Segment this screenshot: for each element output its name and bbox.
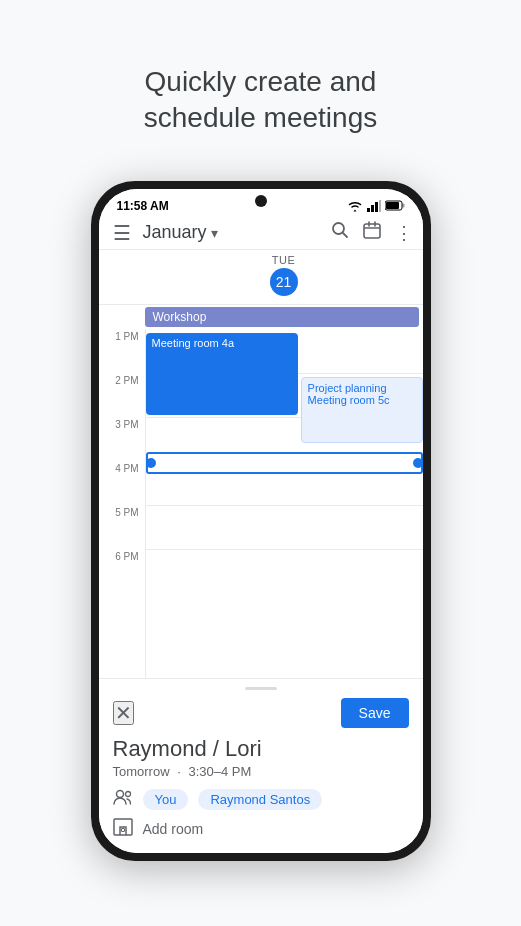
event-title: Raymond / Lori xyxy=(113,736,409,762)
time-grid: 1 PM 2 PM 3 PM 4 PM 5 PM 6 PM xyxy=(99,329,423,678)
more-options-icon[interactable]: ⋮ xyxy=(395,222,413,244)
phone-container: 11:58 AM xyxy=(91,181,431,861)
time-label-5pm: 5 PM xyxy=(99,505,145,549)
sheet-toolbar: ✕ Save xyxy=(113,698,409,728)
svg-rect-6 xyxy=(386,202,399,209)
close-button[interactable]: ✕ xyxy=(113,701,134,725)
add-room-text: Add room xyxy=(143,821,204,837)
event-time-range: 3:30–4 PM xyxy=(188,764,251,779)
svg-rect-3 xyxy=(379,200,381,212)
time-separator: · xyxy=(177,764,181,779)
event-date: Tomorrow xyxy=(113,764,170,779)
battery-icon xyxy=(385,200,405,211)
event-meeting-title: Meeting room 4a xyxy=(152,337,292,349)
attendees-row: You Raymond Santos xyxy=(113,789,409,810)
month-text: January xyxy=(143,222,207,243)
header-title: Quickly create and schedule meetings xyxy=(104,32,417,161)
bottom-sheet: ✕ Save Raymond / Lori Tomorrow · 3:30–4 … xyxy=(99,678,423,853)
svg-rect-8 xyxy=(364,224,380,238)
app-toolbar: ☰ January ▾ xyxy=(99,217,423,250)
time-labels: 1 PM 2 PM 3 PM 4 PM 5 PM 6 PM xyxy=(99,329,145,678)
status-time: 11:58 AM xyxy=(117,199,169,213)
time-label-1pm: 1 PM xyxy=(99,329,145,373)
save-button[interactable]: Save xyxy=(341,698,409,728)
time-label-4pm: 4 PM xyxy=(99,461,145,505)
attendee-you-chip[interactable]: You xyxy=(143,789,189,810)
all-day-event[interactable]: Workshop xyxy=(145,307,419,327)
event-project-title: Project planning xyxy=(308,382,416,394)
time-label-2pm: 2 PM xyxy=(99,373,145,417)
time-label-3pm: 3 PM xyxy=(99,417,145,461)
event-project-planning[interactable]: Project planning Meeting room 5c xyxy=(301,377,423,443)
toolbar-icons: ⋮ xyxy=(331,221,413,244)
svg-rect-0 xyxy=(367,208,370,212)
calendar-view-icon[interactable] xyxy=(363,221,381,244)
month-label[interactable]: January ▾ xyxy=(143,222,331,243)
hamburger-icon[interactable]: ☰ xyxy=(113,221,131,245)
event-new[interactable] xyxy=(146,452,423,474)
wifi-icon xyxy=(347,200,363,212)
signal-icon xyxy=(367,200,381,212)
svg-point-9 xyxy=(116,790,123,797)
phone-screen: 11:58 AM xyxy=(99,189,423,853)
svg-rect-12 xyxy=(121,828,124,831)
search-icon[interactable] xyxy=(331,221,349,244)
event-time: Tomorrow · 3:30–4 PM xyxy=(113,764,409,779)
drag-handle-left[interactable] xyxy=(146,458,156,468)
event-project-location: Meeting room 5c xyxy=(308,394,416,406)
calendar-area: TUE 21 Workshop 1 PM 2 PM 3 PM 4 PM 5 PM… xyxy=(99,250,423,678)
attendees-icon xyxy=(113,789,133,810)
time-label-6pm: 6 PM xyxy=(99,549,145,593)
add-room-row[interactable]: Add room xyxy=(113,818,409,841)
svg-rect-5 xyxy=(402,204,404,208)
day-number[interactable]: 21 xyxy=(270,268,298,296)
page-header: Quickly create and schedule meetings xyxy=(64,0,457,181)
grid-area: Meeting room 4a Project planning Meeting… xyxy=(145,329,423,678)
sheet-handle xyxy=(245,687,277,690)
drag-handle-right[interactable] xyxy=(413,458,423,468)
svg-point-10 xyxy=(125,791,130,796)
day-abbr: TUE xyxy=(145,254,423,266)
attendee-raymond-chip[interactable]: Raymond Santos xyxy=(198,789,322,810)
status-icons xyxy=(347,200,405,212)
dropdown-arrow-icon: ▾ xyxy=(211,225,218,241)
room-icon xyxy=(113,818,133,841)
svg-rect-1 xyxy=(371,205,374,212)
svg-point-7 xyxy=(333,223,344,234)
event-meeting-room[interactable]: Meeting room 4a xyxy=(146,333,298,415)
camera-notch xyxy=(255,195,267,207)
all-day-row: Workshop xyxy=(99,305,423,329)
svg-rect-2 xyxy=(375,202,378,212)
day-header: TUE 21 xyxy=(99,250,423,305)
